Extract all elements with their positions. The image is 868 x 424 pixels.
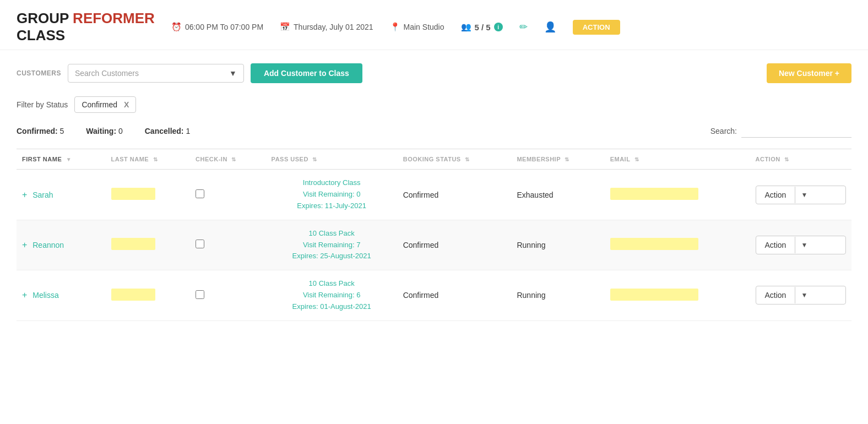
sort-icon-pass[interactable]: ⇅ bbox=[312, 156, 317, 162]
sort-icon-booking[interactable]: ⇅ bbox=[465, 156, 470, 162]
add-customer-button[interactable]: Add Customer to Class bbox=[251, 63, 362, 83]
first-name-cell: + Reannon bbox=[17, 220, 106, 270]
filter-clear-button[interactable]: X bbox=[124, 100, 129, 109]
th-email: EMAIL ⇅ bbox=[605, 149, 750, 170]
waiting-count: 0 bbox=[118, 127, 123, 135]
stats-row: Confirmed: 5 Waiting: 0 Cancelled: 1 Sea… bbox=[17, 124, 851, 138]
email-cell bbox=[605, 220, 750, 270]
main-content: CUSTOMERS Search Customers ▼ Add Custome… bbox=[0, 50, 868, 334]
action-cell: Action ▼ bbox=[750, 170, 852, 220]
sort-icon-email[interactable]: ⇅ bbox=[634, 156, 639, 162]
check-in-cell bbox=[190, 220, 266, 270]
action-dropdown[interactable]: Action ▼ bbox=[756, 286, 847, 305]
top-bar: GROUP REFORMER CLASS ⏰ 06:00 PM To 07:00… bbox=[0, 0, 868, 50]
date-value: Thursday, July 01 2021 bbox=[294, 23, 373, 31]
th-check-in: CHECK-IN ⇅ bbox=[190, 149, 266, 170]
booking-status-cell: Confirmed bbox=[398, 270, 512, 320]
edit-icon[interactable]: ✏ bbox=[519, 21, 528, 33]
pass-line2: Visit Remaining: 7 bbox=[303, 241, 361, 249]
last-name-redacted bbox=[111, 188, 155, 200]
check-in-checkbox[interactable] bbox=[196, 240, 204, 248]
pass-line1: 10 Class Pack bbox=[309, 229, 355, 237]
email-cell bbox=[605, 270, 750, 320]
search-input[interactable] bbox=[741, 124, 851, 138]
pass-used-cell: 10 Class Pack Visit Remaining: 6 Expires… bbox=[266, 270, 398, 320]
action-main-button[interactable]: Action bbox=[756, 236, 795, 254]
customers-table: FIRST NAME ▼ LAST NAME ⇅ CHECK-IN ⇅ PASS… bbox=[17, 149, 851, 320]
action-main-button[interactable]: Action bbox=[756, 286, 795, 304]
last-name-redacted bbox=[111, 238, 155, 250]
search-placeholder: Search Customers bbox=[75, 69, 139, 78]
filter-badge: Confirmed X bbox=[74, 96, 136, 113]
check-in-checkbox[interactable] bbox=[196, 189, 204, 198]
table-row: + Reannon 10 Class Pack Visit Remaining:… bbox=[17, 220, 851, 270]
confirmed-stat: Confirmed: 5 bbox=[17, 127, 64, 135]
capacity-value: 5 / 5 bbox=[475, 23, 491, 32]
sort-icon-membership[interactable]: ⇅ bbox=[565, 156, 569, 162]
action-caret-icon[interactable]: ▼ bbox=[795, 287, 813, 303]
cancelled-stat: Cancelled: 1 bbox=[145, 127, 191, 135]
action-cell: Action ▼ bbox=[750, 220, 852, 270]
th-pass-used: PASS USED ⇅ bbox=[266, 149, 398, 170]
meta-items: ⏰ 06:00 PM To 07:00 PM 📅 Thursday, July … bbox=[171, 20, 851, 35]
first-name-cell: + Sarah bbox=[17, 170, 106, 220]
filter-row: Filter by Status Confirmed X bbox=[17, 96, 851, 113]
location-value: Main Studio bbox=[404, 23, 444, 31]
sort-icon-action[interactable]: ⇅ bbox=[784, 156, 789, 162]
table-row: + Melissa 10 Class Pack Visit Remaining:… bbox=[17, 270, 851, 320]
booking-status-value: Confirmed bbox=[403, 241, 439, 249]
expand-icon[interactable]: + bbox=[22, 240, 27, 249]
action-dropdown[interactable]: Action ▼ bbox=[756, 236, 847, 254]
action-main-button[interactable]: Action bbox=[756, 186, 795, 204]
pass-line3: Expires: 01-August-2021 bbox=[292, 302, 371, 311]
pass-line3: Expires: 25-August-2021 bbox=[292, 252, 371, 260]
dropdown-caret-icon: ▼ bbox=[229, 69, 237, 78]
email-cell bbox=[605, 170, 750, 220]
confirmed-label: Confirmed: bbox=[17, 127, 58, 135]
new-customer-button[interactable]: New Customer + bbox=[767, 63, 851, 83]
check-in-cell bbox=[190, 270, 266, 320]
first-name-value: Melissa bbox=[32, 291, 58, 300]
booking-status-value: Confirmed bbox=[403, 291, 439, 300]
action-cell: Action ▼ bbox=[750, 270, 852, 320]
action-caret-icon[interactable]: ▼ bbox=[795, 237, 813, 253]
table-search: Search: bbox=[710, 124, 851, 138]
pass-used-cell: 10 Class Pack Visit Remaining: 7 Expires… bbox=[266, 220, 398, 270]
th-action: ACTION ⇅ bbox=[750, 149, 852, 170]
time-meta: ⏰ 06:00 PM To 07:00 PM bbox=[171, 22, 263, 32]
customers-row: CUSTOMERS Search Customers ▼ Add Custome… bbox=[17, 63, 851, 83]
booking-status-cell: Confirmed bbox=[398, 170, 512, 220]
time-value: 06:00 PM To 07:00 PM bbox=[185, 23, 263, 31]
membership-value: Running bbox=[517, 241, 545, 249]
action-dropdown[interactable]: Action ▼ bbox=[756, 186, 847, 204]
sort-icon-checkin[interactable]: ⇅ bbox=[231, 156, 236, 162]
pass-line3: Expires: 11-July-2021 bbox=[297, 202, 366, 210]
pass-line1: Introductory Class bbox=[303, 178, 361, 187]
confirmed-count: 5 bbox=[60, 127, 64, 135]
last-name-cell bbox=[106, 270, 191, 320]
th-booking-status: BOOKING STATUS ⇅ bbox=[398, 149, 512, 170]
table-row: + Sarah Introductory Class Visit Remaini… bbox=[17, 170, 851, 220]
last-name-redacted bbox=[111, 289, 155, 301]
customers-label: CUSTOMERS bbox=[17, 69, 61, 77]
expand-icon[interactable]: + bbox=[22, 190, 27, 199]
top-action-button[interactable]: ACTION bbox=[573, 20, 620, 35]
check-in-checkbox[interactable] bbox=[196, 290, 204, 299]
user-icon: 👤 bbox=[544, 21, 556, 33]
location-icon: 📍 bbox=[390, 22, 400, 32]
email-redacted bbox=[610, 188, 698, 200]
customer-search-dropdown[interactable]: Search Customers ▼ bbox=[68, 64, 244, 83]
sort-icon-firstname[interactable]: ▼ bbox=[66, 156, 72, 162]
cancelled-label: Cancelled: bbox=[145, 127, 184, 135]
check-in-cell bbox=[190, 170, 266, 220]
waiting-label: Waiting: bbox=[86, 127, 116, 135]
action-caret-icon[interactable]: ▼ bbox=[795, 187, 813, 203]
membership-cell: Running bbox=[511, 220, 604, 270]
last-name-cell bbox=[106, 170, 191, 220]
calendar-icon: 📅 bbox=[280, 22, 290, 32]
email-redacted bbox=[610, 289, 698, 301]
booking-status-cell: Confirmed bbox=[398, 220, 512, 270]
expand-icon[interactable]: + bbox=[22, 290, 27, 300]
sort-icon-lastname[interactable]: ⇅ bbox=[153, 156, 158, 162]
filter-label: Filter by Status bbox=[17, 100, 68, 109]
